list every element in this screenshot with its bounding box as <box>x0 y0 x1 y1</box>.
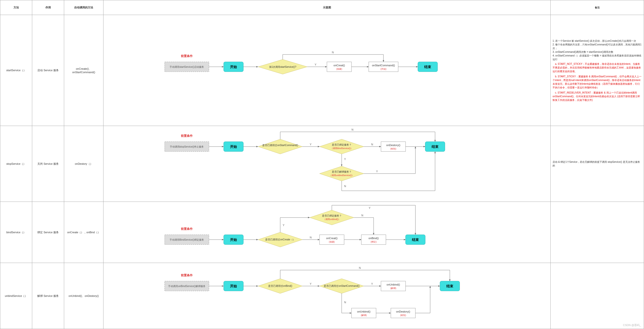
svg-text:第1次调用startService()?: 第1次调用startService()? <box>269 65 296 68</box>
flowchart-startservice: 前置条件 手动调用startService()启动服务 开始 第1次调用star… <box>155 50 499 91</box>
svg-text:onCreat(): onCreat() <box>334 64 345 67</box>
flowchart-stopservice: 前置条件 手动调用stopService()停止服务 开始 是否已调用过onSt… <box>155 127 499 201</box>
onstartcommand-box <box>369 62 398 72</box>
svg-text:Y: Y <box>369 207 371 209</box>
oncreate-box <box>320 235 344 245</box>
svg-text:是否已绑定服务？: 是否已绑定服务？ <box>332 143 352 146</box>
watermark: CSDN @墨码_ <box>623 323 641 327</box>
svg-text:(解绑): (解绑) <box>390 287 396 290</box>
flowchart-bindservice: 前置条件 手动调用BindService()绑定服务 开始 是否已调用过onCr… <box>155 203 499 262</box>
svg-text:onStartCommand(): onStartCommand() <box>372 64 395 67</box>
svg-text:Y: Y <box>371 282 373 285</box>
svg-text:结束: 结束 <box>424 65 431 69</box>
svg-text:Y: Y <box>283 224 285 227</box>
row-startservice: startService（） 启动 Service 服务 onCreate()、… <box>0 15 644 126</box>
svg-text:前置条件: 前置条件 <box>181 134 193 137</box>
svg-text:N: N <box>310 236 312 239</box>
svg-text:（调用unBindService()）: （调用unBindService()） <box>329 174 354 177</box>
svg-text:(解绑): (解绑) <box>361 314 367 317</box>
oncreate-box <box>327 62 352 72</box>
svg-text:是否已绑定服务？: 是否已绑定服务？ <box>322 214 342 217</box>
svg-text:(创建): (创建) <box>329 241 335 243</box>
method-auto: onCreate()、onStartCommand() <box>64 15 104 126</box>
svg-text:N: N <box>344 301 346 304</box>
svg-text:是否已调用过onStartCommand(): 是否已调用过onStartCommand() <box>324 285 359 287</box>
row-stopservice: stopService（） 关闭 Service 服务 onDestory（） … <box>0 126 644 202</box>
notes-stopservice: 启动 & 绑定1个Service，若在无解绑的前提下调用 stopService… <box>552 159 643 168</box>
decision-bound <box>320 139 364 154</box>
svg-text:N: N <box>332 51 334 54</box>
svg-text:手动调用stopService()停止服务: 手动调用stopService()停止服务 <box>170 145 204 148</box>
ondestroy-box <box>381 142 406 151</box>
svg-text:开始: 开始 <box>230 284 237 288</box>
svg-text:N: N <box>352 128 354 131</box>
svg-text:(创建): (创建) <box>336 68 342 70</box>
svg-text:onCreat(): onCreat() <box>326 237 338 240</box>
svg-text:（调用onBind()）: （调用onBind()） <box>323 218 340 221</box>
method-name: startService（） <box>0 15 32 126</box>
decision-onstartcommand <box>258 139 302 154</box>
svg-text:是否已调用过onBind(): 是否已调用过onBind() <box>268 285 292 287</box>
svg-text:手动调用unBindService()解绑服务: 手动调用unBindService()解绑服务 <box>168 285 205 288</box>
svg-text:开始: 开始 <box>230 65 237 69</box>
header-method: 方法 <box>0 0 32 15</box>
svg-text:Y: Y <box>310 143 312 146</box>
svg-text:onUnbind(): onUnbind() <box>357 310 370 313</box>
svg-text:Y: Y <box>315 63 316 66</box>
svg-text:开始: 开始 <box>230 238 237 242</box>
svg-text:onDestory(): onDestory() <box>396 310 410 313</box>
svg-text:Y: Y <box>344 158 346 161</box>
svg-text:N: N <box>371 143 373 146</box>
svg-text:(开始): (开始) <box>380 68 386 70</box>
svg-text:(销毁): (销毁) <box>400 314 406 317</box>
onunbind-box <box>381 281 406 291</box>
svg-text:开始: 开始 <box>230 145 237 149</box>
svg-text:前置条件: 前置条件 <box>181 227 193 231</box>
svg-text:（调用BindService()）: （调用BindService()） <box>330 147 353 150</box>
svg-text:是否已调用过onCreate（）: 是否已调用过onCreate（） <box>265 238 295 241</box>
method-role: 启动 Service 服务 <box>32 15 64 126</box>
svg-text:结束: 结束 <box>412 238 419 242</box>
svg-text:Y: Y <box>376 170 378 173</box>
onunbind-box-2 <box>352 308 376 318</box>
svg-text:前置条件: 前置条件 <box>181 274 193 277</box>
row-bindservice: bindService（） 绑定 Service 服务 onCreate（），o… <box>0 202 644 263</box>
onbind-box <box>361 235 386 245</box>
precondition-label: 前置条件 <box>181 54 193 58</box>
service-lifecycle-table: 方法 作用 自动调用的方法 示意图 备注 startService（） 启动 S… <box>0 0 644 329</box>
flowchart-unbindservice: 前置条件 手动调用unBindService()解绑服务 开始 是否已调用过on… <box>155 264 499 328</box>
header-role: 作用 <box>32 0 64 15</box>
svg-text:Y: Y <box>310 282 312 285</box>
svg-text:手动调用BindService()绑定服务: 手动调用BindService()绑定服务 <box>170 238 204 241</box>
decision-bound <box>310 210 354 225</box>
svg-text:是否已调用过onStartCommand(): 是否已调用过onStartCommand() <box>262 144 298 147</box>
notes-startservice: 1. 若一个Service 被 startService() 多次启动，那么on… <box>552 38 643 103</box>
svg-text:(销毁): (销毁) <box>390 148 396 150</box>
svg-text:N: N <box>361 214 363 217</box>
svg-text:(绑定): (绑定) <box>371 241 376 243</box>
svg-text:结束: 结束 <box>446 284 453 288</box>
header-notes: 备注 <box>550 0 644 15</box>
ondestroy-box <box>391 308 416 318</box>
header-diagram: 示意图 <box>104 0 550 15</box>
svg-text:是否已解绑服务？: 是否已解绑服务？ <box>332 170 352 173</box>
svg-text:N: N <box>344 185 346 188</box>
svg-text:onUnbind(): onUnbind() <box>387 283 400 286</box>
header-auto: 自动调用的方法 <box>64 0 104 15</box>
manual-call-text: 手动调用startService()启动服务 <box>170 65 204 68</box>
row-unbindservice: unbindService（） 解绑 Service 服务 onUnbind()… <box>0 263 644 329</box>
svg-text:结束: 结束 <box>432 145 438 149</box>
decision-unbound <box>320 166 364 181</box>
svg-text:onDestory(): onDestory() <box>386 144 400 147</box>
svg-text:N: N <box>359 266 361 269</box>
svg-text:onBind(): onBind() <box>368 237 379 240</box>
